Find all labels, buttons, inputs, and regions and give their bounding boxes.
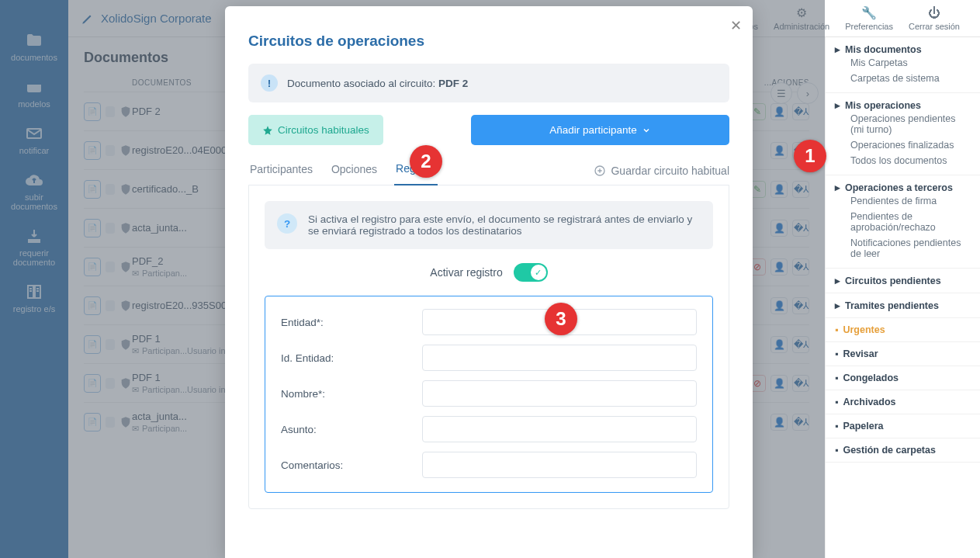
right-item[interactable]: Pendientes de aprobación/rechazo	[835, 209, 971, 235]
right-item[interactable]: Todos los documentos	[835, 153, 971, 168]
label-asunto: Asunto:	[281, 424, 413, 435]
annotation-marker-1: 1	[794, 140, 826, 172]
right-section-head[interactable]: ▸Tramites pendientes	[835, 300, 971, 311]
tab-participantes[interactable]: Participantes	[248, 157, 314, 185]
right-section-head[interactable]: ▸Operaciones a terceros	[835, 182, 971, 193]
right-item[interactable]: Carpetas de sistema	[835, 71, 971, 86]
right-item[interactable]: Notificaciones pendientes de leer	[835, 235, 971, 262]
tab-content-registro: ? Si activa el registro para este envío,…	[248, 185, 729, 509]
right-section[interactable]: ▪Gestión de carpetas	[826, 438, 980, 463]
right-section-head[interactable]: ▪Gestión de carpetas	[835, 445, 971, 456]
right-item[interactable]: Mis Carpetas	[835, 55, 971, 71]
registro-form: Entidad*: Id. Entidad: Nombre*: Asunto: …	[265, 296, 713, 493]
right-section[interactable]: ▪Revisar	[826, 342, 980, 366]
right-section[interactable]: ▪Urgentes	[826, 318, 980, 342]
label-entidad: Entidad*:	[281, 317, 413, 328]
activar-registro-toggle[interactable]: ✓	[514, 263, 548, 282]
assoc-doc: PDF 2	[438, 78, 468, 89]
close-icon[interactable]: ✕	[730, 17, 742, 34]
input-nombre[interactable]	[422, 380, 697, 407]
top-link-logout[interactable]: ⏻Cerrar sesión	[901, 6, 968, 31]
annotation-marker-3: 3	[545, 303, 577, 335]
right-item[interactable]: Pendientes de firma	[835, 193, 971, 209]
toggle-knob: ✓	[531, 265, 546, 280]
tab-opciones[interactable]: Opciones	[330, 157, 379, 185]
chevron-down-icon	[642, 126, 651, 135]
right-section: ▸Operaciones a tercerosPendientes de fir…	[826, 175, 980, 269]
info-icon: !	[261, 75, 278, 92]
right-section[interactable]: ▪Papelera	[826, 414, 980, 438]
right-section: ▸Mis operacionesOperaciones pendientes (…	[826, 93, 980, 175]
circuitos-habituales-button[interactable]: Circuitos habituales	[248, 115, 383, 145]
label-id-entidad: Id. Entidad:	[281, 352, 413, 364]
right-section[interactable]: ▪Archivados	[826, 390, 980, 414]
right-section-head[interactable]: ▪Urgentes	[835, 324, 971, 335]
right-item[interactable]: Operaciones pendientes (mi turno)	[835, 111, 971, 137]
add-participant-button[interactable]: Añadir participante	[471, 115, 729, 145]
right-section-head[interactable]: ▪Archivados	[835, 397, 971, 407]
input-id-entidad[interactable]	[422, 345, 697, 371]
right-section-head[interactable]: ▪Papelera	[835, 421, 971, 431]
right-panel: ▸Mis documentosMis CarpetasCarpetas de s…	[825, 37, 980, 558]
question-icon: ?	[277, 213, 297, 234]
save-circuit-button[interactable]: Guardar circuito habitual	[594, 165, 729, 177]
right-section-head[interactable]: ▸Mis operaciones	[835, 99, 971, 111]
registro-info-box: ? Si activa el registro para este envío,…	[265, 201, 713, 249]
right-section: ▸Circuitos pendientes	[826, 269, 980, 293]
right-section-head[interactable]: ▸Mis documentos	[835, 43, 971, 55]
right-section-head[interactable]: ▪Revisar	[835, 348, 971, 359]
modal-title: Circuitos de operaciones	[248, 33, 729, 50]
activar-registro-label: Activar registro	[430, 266, 502, 279]
right-section-head[interactable]: ▪Congelados	[835, 373, 971, 383]
input-comentarios[interactable]	[422, 452, 697, 478]
modal-circuitos: ✕ Circuitos de operaciones ! Documento a…	[225, 6, 753, 558]
star-icon	[262, 125, 273, 136]
input-asunto[interactable]	[422, 416, 697, 442]
top-link-prefs[interactable]: 🔧Preferencias	[837, 5, 901, 31]
annotation-marker-2: 2	[410, 145, 442, 178]
registro-info-text: Si activa el registro para este envío, e…	[308, 213, 701, 237]
right-section-head[interactable]: ▸Circuitos pendientes	[835, 275, 971, 286]
label-comentarios: Comentarios:	[281, 459, 413, 471]
doc-associated-box: ! Documento asociado al circuito: PDF 2	[248, 64, 729, 102]
right-section: ▸Mis documentosMis CarpetasCarpetas de s…	[826, 37, 980, 93]
right-item[interactable]: Operaciones finalizadas	[835, 137, 971, 153]
right-section[interactable]: ▪Congelados	[826, 366, 980, 390]
label-nombre: Nombre*:	[281, 388, 413, 400]
plus-circle-icon	[594, 165, 606, 177]
modal-tabs: Participantes Opciones Registro Guardar …	[248, 156, 729, 185]
right-section: ▸Tramites pendientes	[826, 293, 980, 318]
assoc-label: Documento asociado al circuito:	[287, 78, 438, 89]
